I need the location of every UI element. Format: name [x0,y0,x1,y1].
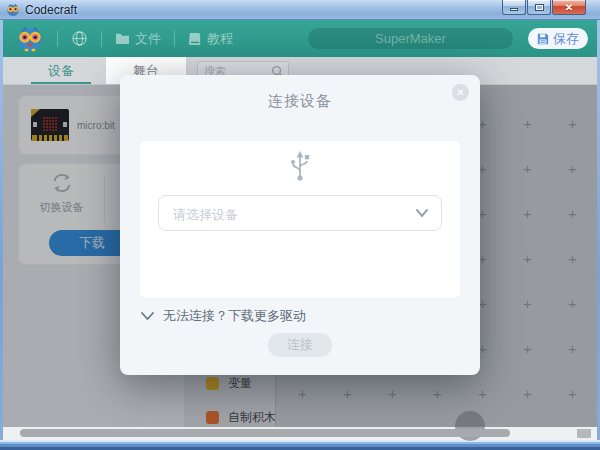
save-label: 保存 [553,30,579,48]
close-icon: ✕ [565,1,573,14]
window-controls: ✕ [501,0,586,15]
connect-device-dialog: 连接设备 ✕ [120,75,480,375]
app-favicon-owl-icon [6,3,20,17]
save-floppy-icon [537,33,549,45]
supermaker-label: SuperMaker [375,31,446,46]
title-bar: Codecraft ✕ [0,0,600,20]
toolbar-separator [57,31,58,47]
codecraft-owl-logo-icon[interactable] [16,25,44,53]
close-window-button[interactable]: ✕ [552,0,586,15]
window-border-bottom [0,440,600,450]
download-drivers-label: 无法连接？下载更多驱动 [163,307,306,325]
chevron-down-icon [415,208,429,218]
tutorial-menu-button[interactable]: 教程 [188,30,233,48]
maximize-icon [535,4,544,11]
save-button[interactable]: 保存 [528,28,588,49]
tab-device[interactable]: 设备 [21,57,101,84]
minimize-icon [510,8,518,11]
file-menu-label: 文件 [135,30,161,48]
dialog-close-button[interactable]: ✕ [452,84,469,101]
main-toolbar: 文件 教程 SuperMaker 保存 [3,20,597,57]
language-button[interactable] [71,30,88,47]
tab-device-label: 设备 [48,62,74,80]
folder-icon [115,32,130,45]
usb-icon [140,150,460,182]
dialog-title: 连接设备 [120,92,480,111]
close-icon: ✕ [456,87,464,98]
toolbar-separator [101,31,102,47]
download-drivers-link[interactable]: 无法连接？下载更多驱动 [140,307,306,325]
connect-button-label: 连接 [287,336,313,354]
horizontal-scrollbar [3,427,597,440]
app-window: Codecraft ✕ 文件 [0,0,600,450]
book-icon [188,32,202,46]
tutorial-menu-label: 教程 [207,30,233,48]
toolbar-separator [174,31,175,47]
device-select-dropdown[interactable]: 请选择设备 [158,195,442,231]
dialog-body-card: 请选择设备 [140,141,460,298]
globe-icon [71,30,88,47]
supermaker-button[interactable]: SuperMaker [308,28,513,49]
minimize-button[interactable] [502,0,526,15]
device-select-placeholder: 请选择设备 [173,206,238,224]
connect-button[interactable]: 连接 [268,333,332,357]
horizontal-scrollbar-thumb[interactable] [20,429,510,437]
chevron-down-icon [140,311,155,321]
window-title: Codecraft [25,3,77,17]
maximize-button[interactable] [527,0,551,15]
scrollbar-corner [577,429,591,438]
file-menu-button[interactable]: 文件 [115,30,161,48]
